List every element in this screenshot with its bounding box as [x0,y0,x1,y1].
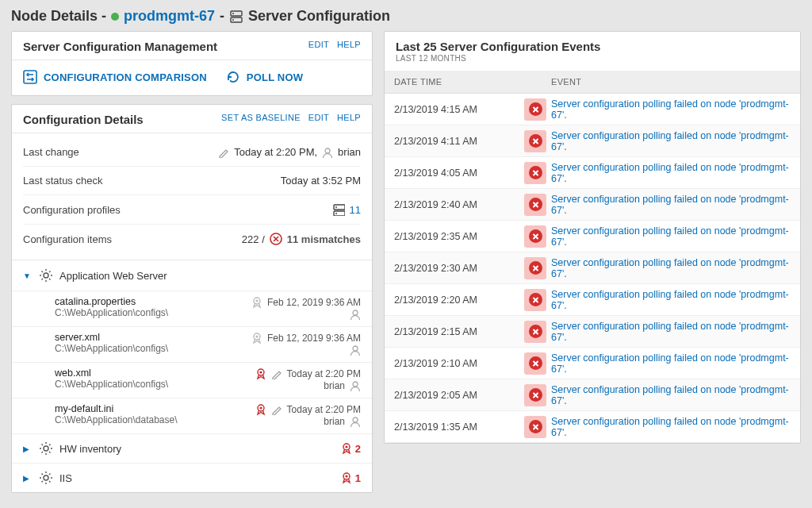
events-subtitle: LAST 12 MONTHS [396,54,466,63]
error-badge-icon [524,321,546,343]
event-row: 2/13/2019 4:11 AM Server configuration p… [385,125,800,157]
pen-icon [218,147,229,158]
profiles-label: Configuration profiles [23,204,121,216]
pen-icon [271,404,282,415]
event-row: 2/13/2019 2:10 AM Server configuration p… [385,348,800,379]
error-badge-icon [524,98,546,121]
page-title: Node Details - prodmgmt-67 - Server Conf… [0,0,812,31]
ribbon-icon [251,296,262,309]
event-row: 2/13/2019 4:15 AM Server configuration p… [385,94,800,125]
gear-icon [39,268,53,283]
event-message-link[interactable]: Server configuration polling failed on n… [551,162,789,184]
tree-item[interactable]: server.xml C:\WebApplication\configs\ Fe… [12,327,372,363]
event-datetime: 2/13/2019 2:35 AM [385,231,519,242]
event-datetime: 2/13/2019 4:11 AM [385,136,519,147]
event-message-link[interactable]: Server configuration polling failed on n… [551,416,789,438]
node-link[interactable]: prodmgmt-67 [124,8,215,25]
tree-item-time: Feb 12, 2019 9:36 AM [267,297,361,308]
col-event: EVENT [551,71,800,93]
last-change-label: Last change [23,146,79,158]
poll-now-button[interactable]: POLL NOW [226,70,303,84]
event-row: 2/13/2019 2:30 AM Server configuration p… [385,252,800,284]
event-message-link[interactable]: Server configuration polling failed on n… [551,384,789,406]
event-message-link[interactable]: Server configuration polling failed on n… [551,194,789,216]
error-badge-icon [524,352,546,375]
ribbon-icon [341,471,352,484]
event-datetime: 2/13/2019 2:30 AM [385,263,519,274]
config-tree: ▼ Application Web Server catalina.proper… [12,260,372,492]
events-title: Last 25 Server Configuration Events [396,40,600,53]
event-row: 2/13/2019 2:20 AM Server configuration p… [385,284,800,316]
server-icon [229,8,243,25]
event-message-link[interactable]: Server configuration polling failed on n… [551,352,789,375]
tree-item[interactable]: web.xml C:\WebApplication\configs\ Today… [12,363,372,398]
tree-item-path: C:\WebApplication\configs\ [55,379,168,390]
mgmt-edit-link[interactable]: EDIT [308,40,329,49]
error-badge-icon [524,162,546,184]
chevron-right-icon[interactable]: ▶ [23,444,33,453]
error-badge-icon [524,257,546,279]
event-datetime: 2/13/2019 2:20 AM [385,294,519,306]
set-baseline-link[interactable]: SET AS BASELINE [221,113,301,122]
ribbon-icon [255,403,266,416]
gear-icon [39,471,53,485]
tree-item-name: server.xml [55,332,168,343]
last-change-time: Today at 2:20 PM, [234,146,317,158]
tree-item[interactable]: catalina.properties C:\WebApplication\co… [12,291,372,327]
event-datetime: 2/13/2019 2:10 AM [385,358,519,369]
tree-item-time: Today at 2:20 PM [287,368,361,379]
event-message-link[interactable]: Server configuration polling failed on n… [551,98,789,121]
items-label: Configuration items [23,233,112,245]
config-comparison-button[interactable]: CONFIGURATION COMPARISON [23,70,207,84]
event-row: 2/13/2019 2:40 AM Server configuration p… [385,189,800,221]
error-badge-icon [524,289,546,311]
details-edit-link[interactable]: EDIT [308,113,329,122]
events-table-header: DATE TIME EVENT [385,71,800,94]
chevron-right-icon[interactable]: ▶ [23,474,33,483]
pen-icon [271,368,282,379]
user-icon [322,147,333,158]
tree-item-user: brian [324,380,345,391]
tree-item-time: Feb 12, 2019 9:36 AM [267,333,361,344]
panel-events: Last 25 Server Configuration Events LAST… [384,31,801,444]
user-icon [350,344,361,356]
mismatch-count: 11 mismatches [287,233,361,245]
event-datetime: 2/13/2019 4:15 AM [385,104,519,115]
profiles-count-link[interactable]: 11 [350,204,361,216]
error-badge-icon [524,384,546,406]
event-message-link[interactable]: Server configuration polling failed on n… [551,257,789,279]
panel-details-title: Configuration Details [23,113,144,126]
event-datetime: 2/13/2019 2:05 AM [385,390,519,401]
tree-item-path: C:\WebApplication\database\ [55,414,178,425]
tree-item[interactable]: my-default.ini C:\WebApplication\databas… [12,398,372,434]
mgmt-help-link[interactable]: HELP [337,40,361,49]
panel-mgmt-title: Server Configuration Management [23,40,217,53]
title-prefix: Node Details - [11,8,106,25]
event-row: 2/13/2019 2:15 AM Server configuration p… [385,316,800,348]
chevron-down-icon[interactable]: ▼ [23,271,33,280]
compare-icon [23,70,37,84]
last-change-user: brian [338,146,361,158]
error-badge-icon [524,225,546,248]
server-small-icon [332,203,345,216]
panel-config-management: Server Configuration Management EDIT HEL… [11,31,373,96]
tree-group-hw-inventory[interactable]: ▶ HW inventory 2 [12,434,372,464]
tree-item-time: Today at 2:20 PM [287,404,361,415]
event-message-link[interactable]: Server configuration polling failed on n… [551,130,789,152]
user-icon [350,416,361,427]
tree-group-app-web-server[interactable]: ▼ Application Web Server [12,260,372,291]
event-message-link[interactable]: Server configuration polling failed on n… [551,225,789,248]
event-message-link[interactable]: Server configuration polling failed on n… [551,289,789,311]
tree-item-user: brian [324,416,345,427]
event-datetime: 2/13/2019 1:35 AM [385,421,519,433]
event-datetime: 2/13/2019 2:15 AM [385,326,519,337]
event-row: 2/13/2019 1:35 AM Server configuration p… [385,411,800,443]
error-badge-icon [524,130,546,152]
details-help-link[interactable]: HELP [337,113,361,122]
last-status-label: Last status check [23,175,102,187]
event-message-link[interactable]: Server configuration polling failed on n… [551,321,789,343]
event-datetime: 2/13/2019 2:40 AM [385,199,519,210]
tree-group-iis[interactable]: ▶ IIS 1 [12,464,372,492]
last-status-value: Today at 3:52 PM [281,175,361,187]
event-row: 2/13/2019 2:35 AM Server configuration p… [385,221,800,252]
